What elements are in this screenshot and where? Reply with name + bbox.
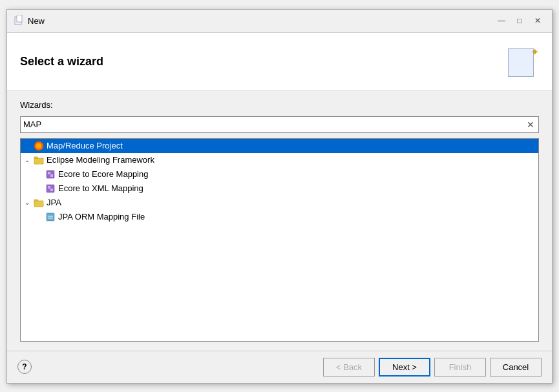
chevron-down-icon: ⌄: [25, 156, 31, 163]
header-section: Select a wizard ✦: [7, 33, 552, 91]
wizard-header-icon: ✦: [508, 46, 539, 77]
folder-icon: [34, 198, 44, 208]
tree-item-label: JPA ORM Mapping File: [58, 212, 145, 222]
ecore-icon: [45, 183, 56, 194]
new-icon: [14, 15, 24, 26]
tree-item-ecore-ecore[interactable]: Ecore to Ecore Mapping: [21, 167, 538, 181]
svg-rect-9: [48, 186, 50, 189]
new-wizard-dialog: New — □ ✕ Select a wizard ✦ Wizards: ✕: [6, 9, 553, 384]
title-controls: — □ ✕: [494, 14, 545, 27]
spacer-icon: [25, 142, 31, 149]
jpa-icon: [45, 212, 56, 222]
tree-item-label: JPA: [47, 198, 61, 207]
svg-rect-12: [48, 216, 53, 217]
page-title: Select a wizard: [20, 55, 103, 68]
cancel-button[interactable]: Cancel: [490, 358, 542, 377]
svg-rect-7: [50, 174, 53, 177]
chevron-down-icon: ⌄: [25, 199, 31, 206]
tree-item-mapreduce-project[interactable]: Map/Reduce Project: [21, 139, 538, 153]
wizard-tree[interactable]: Map/Reduce Project ⌄ Eclipse Modeling Fr…: [20, 138, 539, 342]
tree-item-label: Ecore to Ecore Mapping: [58, 169, 148, 179]
search-clear-button[interactable]: ✕: [525, 120, 536, 129]
wizard-star-icon: ✦: [531, 46, 539, 58]
finish-button[interactable]: Finish: [434, 358, 486, 377]
tree-item-jpa-orm[interactable]: JPA ORM Mapping File: [21, 210, 538, 224]
dialog-title: New: [28, 16, 45, 26]
footer-buttons: < Back Next > Finish Cancel: [323, 358, 542, 377]
tree-item-ecore-xml[interactable]: Ecore to XML Mapping: [21, 181, 538, 196]
minimize-button[interactable]: —: [494, 14, 509, 27]
svg-point-4: [36, 143, 41, 149]
wizard-icon-bg: [508, 48, 534, 77]
svg-rect-1: [17, 15, 22, 22]
tree-item-jpa[interactable]: ⌄ JPA: [21, 196, 538, 210]
body-section: Wizards: ✕ Map/Reduce Project ⌄: [7, 91, 552, 351]
search-row: ✕: [20, 116, 539, 133]
spacer-icon: [36, 213, 43, 220]
spacer-icon: [36, 185, 43, 192]
tree-item-label: Eclipse Modeling Framework: [47, 155, 154, 165]
tree-item-label: Ecore to XML Mapping: [58, 183, 143, 193]
tree-item-eclipse-modeling[interactable]: ⌄ Eclipse Modeling Framework: [21, 153, 538, 167]
ecore-icon: [45, 169, 56, 180]
close-button[interactable]: ✕: [530, 14, 545, 27]
footer-section: ? < Back Next > Finish Cancel: [7, 351, 552, 383]
title-bar-left: New: [14, 15, 45, 26]
title-bar: New — □ ✕: [7, 10, 552, 33]
mapreduce-icon: [34, 141, 44, 151]
folder-icon: [34, 155, 44, 165]
maximize-button[interactable]: □: [512, 14, 527, 27]
search-input[interactable]: [23, 119, 525, 129]
svg-rect-11: [47, 213, 54, 221]
spacer-icon: [36, 170, 43, 178]
svg-rect-10: [50, 189, 53, 191]
next-button[interactable]: Next >: [379, 358, 430, 377]
back-button[interactable]: < Back: [323, 358, 375, 377]
help-button[interactable]: ?: [17, 360, 32, 374]
wizards-label: Wizards:: [20, 100, 539, 110]
svg-rect-6: [48, 172, 50, 174]
svg-rect-13: [48, 218, 53, 219]
footer-left: ?: [17, 360, 32, 374]
tree-item-label: Map/Reduce Project: [47, 141, 123, 150]
